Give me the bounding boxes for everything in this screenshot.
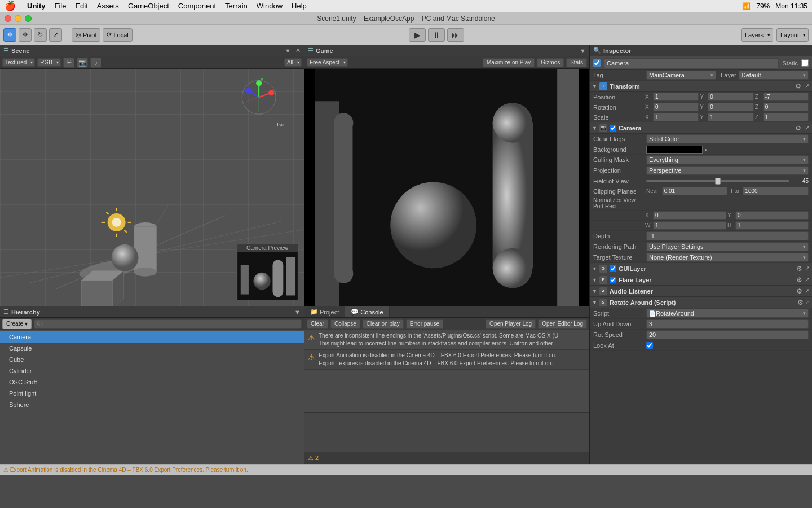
maximize-on-play-button[interactable]: Maximize on Play xyxy=(483,58,535,67)
rotspeed-value[interactable]: 20 xyxy=(646,330,809,339)
vp-w-input[interactable]: 1 xyxy=(653,221,726,230)
game-view[interactable] xyxy=(304,69,589,306)
camera-gear-icon[interactable]: ⚙ xyxy=(795,124,801,132)
audio-listener-header[interactable]: ▼ A Audio Listener ⚙ ↗ xyxy=(590,286,812,297)
menu-terrain[interactable]: Terrain xyxy=(225,2,248,10)
transform-component-header[interactable]: ▼ T Transform ⚙ ↗ xyxy=(590,81,812,92)
target-texture-dropdown[interactable]: None (Render Texture) xyxy=(646,253,809,262)
hand-tool-button[interactable]: ✥ xyxy=(3,28,16,42)
guilayer-checkbox[interactable] xyxy=(610,265,616,272)
fov-slider-track[interactable] xyxy=(646,180,789,182)
scene-panel-close[interactable]: ✕ xyxy=(295,47,301,54)
menu-gameobject[interactable]: GameObject xyxy=(128,2,169,10)
rot-y-input[interactable]: 0 xyxy=(708,103,753,111)
pause-button[interactable]: ⏸ xyxy=(428,28,445,42)
pivot-button[interactable]: ◎ Pivot xyxy=(72,28,100,42)
apple-menu[interactable]: 🍎 xyxy=(5,1,16,11)
open-editor-log-button[interactable]: Open Editor Log xyxy=(538,319,587,329)
layout-dropdown[interactable]: Layout xyxy=(776,28,809,42)
flare-layer-header[interactable]: ▼ F Flare Layer ⚙ ↗ xyxy=(590,274,812,286)
flare-gear-icon[interactable]: ⚙ xyxy=(796,276,802,284)
culling-mask-dropdown[interactable]: Everything xyxy=(646,155,809,164)
audio-extra-icon[interactable]: ↗ xyxy=(805,287,810,295)
rotate-tool-button[interactable]: ↻ xyxy=(34,28,47,42)
far-value[interactable]: 1000 xyxy=(743,187,809,195)
stats-button[interactable]: Stats xyxy=(566,58,587,67)
clear-flags-dropdown[interactable]: Solid Color xyxy=(646,134,809,143)
transform-gear-icon[interactable]: ⚙ xyxy=(795,82,801,90)
lookat-checkbox[interactable] xyxy=(646,342,653,349)
tab-project[interactable]: 📁 Project xyxy=(304,306,345,317)
hierarchy-panel-expand[interactable]: ▼ xyxy=(294,309,301,316)
pos-y-input[interactable]: 0 xyxy=(708,93,753,101)
scale-z-input[interactable]: 1 xyxy=(763,113,809,121)
menu-assets[interactable]: Assets xyxy=(97,2,119,10)
projection-dropdown[interactable]: Perspective xyxy=(646,166,809,175)
close-button[interactable] xyxy=(5,15,11,22)
object-name-input[interactable] xyxy=(604,58,779,68)
flare-checkbox[interactable] xyxy=(610,277,616,283)
layers-dropdown[interactable]: Layers xyxy=(741,28,773,42)
flare-extra-icon[interactable]: ↗ xyxy=(805,276,810,283)
clear-button[interactable]: Clear xyxy=(307,319,328,329)
menu-help[interactable]: Help xyxy=(292,2,307,10)
rot-x-input[interactable]: 0 xyxy=(653,103,699,111)
guilayer-extra-icon[interactable]: ↗ xyxy=(805,265,810,272)
vp-y-input[interactable]: 0 xyxy=(735,211,809,220)
hier-item-camera[interactable]: Camera xyxy=(0,331,304,343)
clear-on-play-button[interactable]: Clear on play xyxy=(363,319,404,329)
scene-search-dropdown[interactable]: All xyxy=(284,58,302,67)
move-tool-button[interactable]: ✥ xyxy=(19,28,32,42)
scene-panel-expand[interactable]: ▼ xyxy=(285,47,291,54)
hierarchy-create-button[interactable]: Create ▾ xyxy=(2,319,32,329)
hier-item-sphere[interactable]: Sphere xyxy=(0,399,304,410)
game-panel-close[interactable]: ▼ xyxy=(580,47,586,54)
scene-sound-btn[interactable]: ♪ xyxy=(90,58,102,68)
rotate-gear-icon[interactable]: ⚙ xyxy=(797,299,804,306)
menu-file[interactable]: File xyxy=(55,2,67,10)
background-color-arrow-icon[interactable]: ▸ xyxy=(705,147,708,152)
depth-value[interactable]: -1 xyxy=(646,231,809,240)
menu-edit[interactable]: Edit xyxy=(75,2,87,10)
vp-x-input[interactable]: 0 xyxy=(653,211,726,220)
local-button[interactable]: ⟳ Local xyxy=(103,28,132,42)
shade-mode-dropdown[interactable]: Textured xyxy=(2,58,35,67)
background-color-swatch[interactable] xyxy=(646,146,703,154)
camera-enabled-checkbox[interactable] xyxy=(610,125,616,132)
minimize-button[interactable] xyxy=(15,15,21,22)
tab-console[interactable]: 💬 Console xyxy=(345,306,389,317)
menu-component[interactable]: Component xyxy=(178,2,216,10)
object-active-checkbox[interactable] xyxy=(593,59,601,67)
hier-item-cube[interactable]: Cube xyxy=(0,354,304,365)
layer-dropdown[interactable]: Default xyxy=(739,71,809,80)
hier-item-cylinder[interactable]: Cylinder xyxy=(0,365,304,376)
scale-tool-button[interactable]: ⤢ xyxy=(49,28,62,42)
hier-item-pointlight[interactable]: Point light xyxy=(0,388,304,399)
scale-y-input[interactable]: 1 xyxy=(708,113,753,121)
vp-h-input[interactable]: 1 xyxy=(735,221,809,230)
scene-view[interactable]: X Y Z Iso xyxy=(0,69,304,306)
camera-extra-icon[interactable]: ↗ xyxy=(805,124,810,132)
menu-unity[interactable]: Unity xyxy=(27,2,46,10)
transform-extra-icon[interactable]: ↗ xyxy=(805,82,810,90)
rot-z-input[interactable]: 0 xyxy=(763,103,809,111)
color-mode-dropdown[interactable]: RGB xyxy=(37,58,61,67)
near-value[interactable]: 0.01 xyxy=(662,187,728,195)
scene-light-btn[interactable]: ☀ xyxy=(63,58,74,68)
rotate-around-header[interactable]: ▼ S Rotate Around (Script) ⚙ ○ xyxy=(590,297,812,308)
open-player-log-button[interactable]: Open Player Log xyxy=(486,319,536,329)
script-dropdown[interactable]: 📄 RotateAround xyxy=(646,309,809,318)
scale-x-input[interactable]: 1 xyxy=(653,113,699,121)
tag-dropdown[interactable]: MainCamera xyxy=(646,71,716,80)
pos-z-input[interactable]: -7 xyxy=(763,93,809,101)
aspect-dropdown[interactable]: Free Aspect xyxy=(307,58,348,67)
rotate-extra-icon[interactable]: ○ xyxy=(806,299,810,306)
hier-item-osc[interactable]: OSC Stuff xyxy=(0,376,304,388)
hier-item-capsule[interactable]: Capsule xyxy=(0,343,304,354)
fov-slider-thumb[interactable] xyxy=(715,178,721,185)
menu-window[interactable]: Window xyxy=(257,2,283,10)
step-button[interactable]: ⏭ xyxy=(447,28,464,42)
scene-camera-btn[interactable]: 📷 xyxy=(77,58,88,68)
collapse-button[interactable]: Collapse xyxy=(330,319,360,329)
console-message-1[interactable]: ⚠ Export Animation is disabled in the Ci… xyxy=(304,350,589,370)
